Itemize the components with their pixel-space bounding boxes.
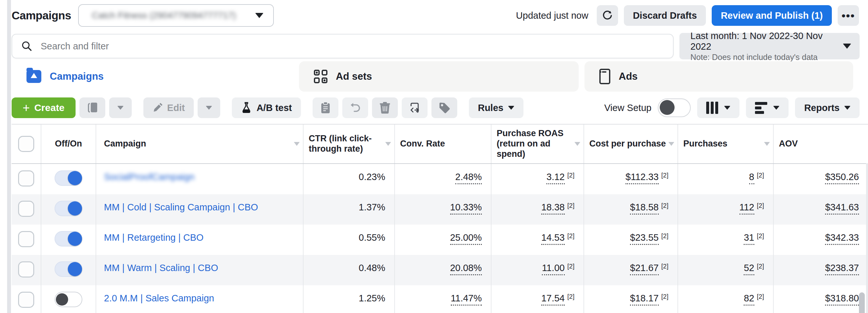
aov-value[interactable]: $342.33 (825, 232, 859, 245)
roas-value[interactable]: 17.54 (541, 293, 565, 306)
ctr-value: 0.23% (359, 172, 385, 182)
vertical-scrollbar-thumb[interactable] (859, 292, 865, 313)
duplicate-button[interactable] (80, 98, 105, 118)
paste-button[interactable] (313, 98, 338, 118)
cpp-value[interactable]: $23.55 (630, 232, 659, 245)
rules-button[interactable]: Rules (469, 98, 523, 118)
campaign-link[interactable]: SocialProofCampaign (104, 172, 194, 182)
cpp-value[interactable]: $18.58 (630, 202, 659, 215)
table-row: SocialProofCampaign0.23%2.48%3.12[2]$112… (11, 164, 868, 194)
select-all-cell (11, 125, 41, 163)
review-and-publish-button[interactable]: Review and Publish (1) (712, 5, 832, 26)
column-header-roas[interactable]: Purchase ROAS (return on ad spend) (492, 125, 584, 163)
row-off-on-cell (41, 194, 96, 224)
footnote-marker: [2] (661, 263, 669, 270)
purchases-value[interactable]: 112 (740, 202, 754, 215)
campaign-toggle[interactable] (55, 170, 82, 186)
campaigns-table: Off/On Campaign CTR (link click-through … (11, 124, 868, 313)
conv_rate-value[interactable]: 10.33% (450, 202, 482, 215)
duplicate-options-button[interactable] (109, 98, 132, 118)
edit-options-button[interactable] (197, 98, 220, 118)
row-checkbox[interactable] (18, 201, 34, 217)
row-checkbox[interactable] (18, 292, 34, 308)
aov-value[interactable]: $341.63 (825, 202, 859, 215)
reports-button[interactable]: Reports (795, 98, 860, 118)
column-header-cpp[interactable]: Cost per purchase (584, 125, 678, 163)
roas-cell: 11.00[2] (492, 255, 584, 285)
row-checkbox[interactable] (18, 170, 34, 186)
view-setup-toggle[interactable] (658, 98, 691, 117)
tab-campaigns[interactable]: Campaigns (11, 61, 293, 92)
edit-button[interactable]: Edit (144, 98, 194, 118)
purchases-value[interactable]: 82 (744, 293, 754, 306)
column-header-ctr[interactable]: CTR (link click-through rate) (304, 125, 395, 163)
campaign-toggle[interactable] (55, 231, 82, 246)
columns-button[interactable] (697, 98, 740, 118)
pencil-icon (152, 103, 163, 113)
flask-icon (241, 102, 252, 114)
date-range-selector[interactable]: Last month: 1 Nov 2022-30 Nov 2022 Note:… (679, 33, 860, 59)
roas-value[interactable]: 18.38 (541, 202, 565, 215)
conv_rate-value[interactable]: 25.00% (450, 232, 482, 245)
export-button[interactable] (402, 98, 428, 118)
campaign-toggle[interactable] (55, 292, 82, 307)
column-header-campaign-label: Campaign (104, 139, 146, 149)
campaign-name-cell: SocialProofCampaign (96, 164, 304, 194)
tab-ads[interactable]: Ads (585, 61, 853, 92)
campaign-link[interactable]: MM | Warm | Scaling | CBO (104, 263, 218, 273)
roas-value[interactable]: 11.00 (542, 263, 564, 275)
roas-cell: 3.12[2] (492, 164, 584, 194)
select-all-checkbox[interactable] (18, 136, 34, 152)
create-button[interactable]: + Create (11, 98, 75, 118)
cpp-value[interactable]: $112.33 (625, 172, 659, 184)
search-placeholder: Search and filter (41, 41, 109, 51)
tag-button[interactable] (431, 98, 457, 118)
aov-value[interactable]: $350.26 (825, 172, 859, 184)
roas-value[interactable]: 3.12 (547, 172, 564, 184)
purchases-value[interactable]: 31 (744, 232, 754, 245)
delete-button[interactable] (372, 98, 398, 118)
discard-drafts-button[interactable]: Discard Drafts (624, 5, 706, 26)
row-select-cell (11, 255, 41, 285)
footnote-marker: [2] (567, 172, 575, 179)
row-checkbox[interactable] (18, 231, 34, 247)
ab-test-button[interactable]: A/B test (232, 98, 301, 118)
purchases-cell: 112[2] (678, 194, 774, 224)
campaign-toggle[interactable] (55, 262, 82, 277)
roas-cell: 17.54[2] (492, 285, 584, 313)
refresh-button[interactable] (597, 5, 618, 26)
breakdown-button[interactable] (746, 98, 788, 118)
ctr-cell: 0.48% (304, 255, 395, 285)
roas-value[interactable]: 14.53 (541, 232, 565, 245)
account-selector[interactable]: Catch Fitness (2904779094777717) (78, 4, 274, 27)
tab-ads-label: Ads (619, 71, 638, 82)
purchases-value[interactable]: 8 (749, 172, 754, 184)
tab-ad-sets[interactable]: Ad sets (299, 61, 579, 92)
row-checkbox[interactable] (18, 262, 34, 278)
conv_rate-value[interactable]: 11.47% (451, 293, 482, 306)
aov-value[interactable]: $238.37 (825, 263, 859, 275)
column-header-campaign[interactable]: Campaign (96, 125, 304, 163)
conv_rate-value[interactable]: 20.08% (450, 263, 482, 275)
campaign-toggle[interactable] (55, 201, 82, 216)
cpp-value[interactable]: $18.17 (630, 293, 659, 306)
ctr-value: 1.37% (359, 202, 385, 213)
campaign-link[interactable]: 2.0 M.M | Sales Campaign (104, 293, 214, 304)
purchases-cell: 52[2] (678, 255, 774, 285)
sort-caret-icon (764, 142, 770, 146)
table-row: MM | Retargeting | CBO0.55%25.00%14.53[2… (11, 224, 868, 255)
column-header-purchases[interactable]: Purchases (678, 125, 774, 163)
more-options-button[interactable]: ••• (838, 5, 859, 26)
aov-value[interactable]: $318.80 (825, 293, 859, 306)
row-select-cell (11, 194, 41, 224)
campaign-link[interactable]: MM | Cold | Scaling Campaign | CBO (104, 202, 258, 213)
conv_rate-value[interactable]: 2.48% (455, 172, 482, 184)
campaign-link[interactable]: MM | Retargeting | CBO (104, 232, 204, 243)
cpp-cell: $21.67[2] (584, 255, 678, 285)
search-input[interactable]: Search and filter (11, 34, 674, 59)
cpp-value[interactable]: $21.67 (630, 263, 659, 275)
undo-button[interactable] (342, 98, 368, 118)
aov-cell: $350.26 (774, 164, 868, 194)
purchases-value[interactable]: 52 (744, 263, 754, 275)
row-off-on-cell (41, 224, 96, 255)
